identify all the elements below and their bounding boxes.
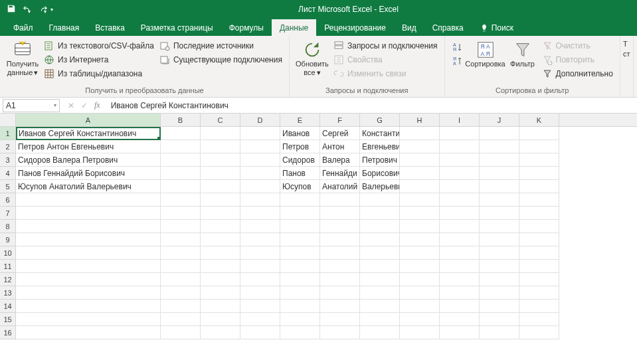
- cell-A12[interactable]: [16, 273, 161, 286]
- cell-C13[interactable]: [201, 286, 240, 300]
- cell-J2[interactable]: [480, 140, 519, 153]
- cell-G9[interactable]: [360, 233, 400, 246]
- cell-D13[interactable]: [240, 286, 280, 300]
- cell-F3[interactable]: Валера: [320, 153, 360, 167]
- col-header-D[interactable]: D: [240, 114, 280, 126]
- recent-sources-button[interactable]: Последние источники: [158, 40, 284, 52]
- cell-D11[interactable]: [240, 260, 280, 273]
- redo-icon[interactable]: ▾: [39, 4, 48, 15]
- tab-справка[interactable]: Справка: [424, 19, 472, 36]
- cell-G8[interactable]: [360, 220, 400, 233]
- cell-E6[interactable]: [280, 193, 320, 207]
- cell-D7[interactable]: [240, 207, 280, 220]
- cell-F16[interactable]: [320, 326, 360, 339]
- cell-F15[interactable]: [320, 313, 360, 326]
- cell-I4[interactable]: [440, 167, 480, 180]
- cell-H15[interactable]: [400, 313, 440, 326]
- cell-G15[interactable]: [360, 313, 400, 326]
- cell-B15[interactable]: [161, 313, 201, 326]
- cell-I10[interactable]: [440, 246, 480, 260]
- cell-I8[interactable]: [440, 220, 480, 233]
- cell-D10[interactable]: [240, 246, 280, 260]
- cancel-icon[interactable]: ✕: [68, 101, 74, 110]
- col-header-A[interactable]: A: [16, 114, 161, 126]
- cell-J11[interactable]: [480, 260, 519, 273]
- cell-J10[interactable]: [480, 246, 519, 260]
- cell-A9[interactable]: [16, 233, 161, 246]
- cell-H9[interactable]: [400, 233, 440, 246]
- cell-A2[interactable]: Петров Антон Евгеньевич: [16, 140, 161, 153]
- cell-C2[interactable]: [201, 140, 240, 153]
- tab-разметка страницы[interactable]: Разметка страницы: [133, 19, 221, 36]
- cell-J13[interactable]: [480, 286, 519, 300]
- cell-D14[interactable]: [240, 300, 280, 313]
- cell-I2[interactable]: [440, 140, 480, 153]
- cell-D12[interactable]: [240, 273, 280, 286]
- cell-B16[interactable]: [161, 326, 201, 339]
- cell-J8[interactable]: [480, 220, 519, 233]
- filter-button[interactable]: Фильтр: [506, 39, 539, 70]
- advanced-button[interactable]: Дополнительно: [541, 68, 614, 80]
- col-header-I[interactable]: I: [440, 114, 480, 126]
- cell-I9[interactable]: [440, 233, 480, 246]
- tab-вставка[interactable]: Вставка: [87, 19, 133, 36]
- cell-C9[interactable]: [201, 233, 240, 246]
- cell-K10[interactable]: [519, 246, 559, 260]
- cell-I16[interactable]: [440, 326, 480, 339]
- fx-icon[interactable]: fx: [94, 100, 100, 110]
- cell-E5[interactable]: Юсупов: [280, 180, 320, 193]
- cell-F7[interactable]: [320, 207, 360, 220]
- name-box[interactable]: A1▾: [3, 99, 60, 112]
- cell-B14[interactable]: [161, 300, 201, 313]
- cell-H5[interactable]: [400, 180, 440, 193]
- cell-B1[interactable]: [161, 127, 201, 140]
- cell-I12[interactable]: [440, 273, 480, 286]
- row-header[interactable]: 1: [0, 127, 16, 140]
- sort-az-button[interactable]: АЯ: [450, 41, 464, 53]
- cell-C10[interactable]: [201, 246, 240, 260]
- cell-C15[interactable]: [201, 313, 240, 326]
- cell-A10[interactable]: [16, 246, 161, 260]
- cell-D5[interactable]: [240, 180, 280, 193]
- refresh-all-button[interactable]: Обновить все▾: [294, 39, 331, 78]
- row-header[interactable]: 11: [0, 260, 16, 273]
- cell-K7[interactable]: [519, 207, 559, 220]
- row-header[interactable]: 9: [0, 233, 16, 246]
- cell-J7[interactable]: [480, 207, 519, 220]
- col-header-H[interactable]: H: [400, 114, 440, 126]
- enter-icon[interactable]: ✓: [81, 101, 88, 110]
- cell-E7[interactable]: [280, 207, 320, 220]
- cell-H12[interactable]: [400, 273, 440, 286]
- cell-J5[interactable]: [480, 180, 519, 193]
- cell-A5[interactable]: Юсупов Анатолий Валерьевич: [16, 180, 161, 193]
- cell-E4[interactable]: Панов: [280, 167, 320, 180]
- tab-файл[interactable]: Файл: [5, 19, 41, 36]
- cell-G4[interactable]: Борисович: [360, 167, 400, 180]
- cell-G14[interactable]: [360, 300, 400, 313]
- cell-E13[interactable]: [280, 286, 320, 300]
- cell-J1[interactable]: [480, 127, 519, 140]
- cell-H3[interactable]: [400, 153, 440, 167]
- cell-H4[interactable]: [400, 167, 440, 180]
- cell-A3[interactable]: Сидоров Валера Петрович: [16, 153, 161, 167]
- row-header[interactable]: 2: [0, 140, 16, 153]
- cell-K4[interactable]: [519, 167, 559, 180]
- cell-K11[interactable]: [519, 260, 559, 273]
- qat-more-icon[interactable]: ▾: [50, 7, 53, 13]
- row-header[interactable]: 14: [0, 300, 16, 313]
- cell-F6[interactable]: [320, 193, 360, 207]
- cell-E9[interactable]: [280, 233, 320, 246]
- cell-K9[interactable]: [519, 233, 559, 246]
- cell-A15[interactable]: [16, 313, 161, 326]
- from-text-csv-button[interactable]: Из текстового/CSV-файла: [43, 40, 155, 52]
- cell-K8[interactable]: [519, 220, 559, 233]
- cell-B5[interactable]: [161, 180, 201, 193]
- cell-J4[interactable]: [480, 167, 519, 180]
- from-table-button[interactable]: Из таблицы/диапазона: [43, 68, 155, 80]
- cell-K15[interactable]: [519, 313, 559, 326]
- cell-C8[interactable]: [201, 220, 240, 233]
- tab-рецензирование[interactable]: Рецензирование: [316, 19, 394, 36]
- cell-B13[interactable]: [161, 286, 201, 300]
- cell-J9[interactable]: [480, 233, 519, 246]
- cell-K14[interactable]: [519, 300, 559, 313]
